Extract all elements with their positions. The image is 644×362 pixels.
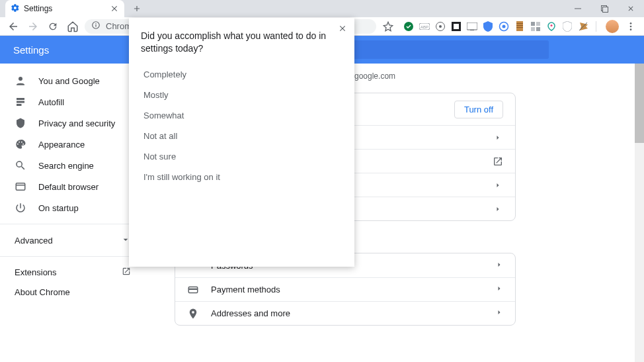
turn-off-button[interactable]: Turn off [454,101,503,118]
sidebar-item-label: Default browser [38,182,99,192]
survey-question: Did you accomplish what you wanted to do… [141,30,342,55]
survey-option[interactable]: Completely [141,64,342,85]
extension-icon[interactable] [514,21,526,32]
window-maximize-button[interactable] [591,0,618,17]
chevron-right-icon [495,285,503,294]
svg-text:ABP: ABP [421,24,428,28]
sidebar-item-label: You and Google [38,76,100,86]
svg-rect-15 [470,30,474,30]
extension-icons: ABP [403,19,639,34]
extension-icon[interactable] [577,21,589,32]
survey-close-button[interactable] [336,22,349,35]
sidebar-item-default-browser[interactable]: Default browser [0,176,145,197]
autofill-payment-row[interactable]: Payment methods [175,277,515,301]
shield-icon [15,117,26,129]
sidebar-separator [0,256,145,257]
svg-point-34 [21,142,22,143]
settings-gear-icon [11,3,20,15]
sidebar-item-autofill[interactable]: Autofill [0,91,145,113]
svg-point-5 [95,23,96,24]
bookmark-star-icon[interactable] [380,19,396,34]
tab-close-icon[interactable] [110,4,119,13]
credit-card-icon [187,284,199,296]
extension-icon[interactable] [482,21,494,32]
sidebar-item-privacy[interactable]: Privacy and security [0,113,145,134]
svg-rect-40 [188,288,198,289]
settings-sidebar: You and Google Autofill Privacy and secu… [0,64,145,362]
svg-point-30 [630,28,632,30]
svg-rect-19 [516,23,523,24]
svg-rect-25 [536,27,540,31]
home-button[interactable] [65,19,81,34]
extension-icon[interactable] [466,21,478,32]
extension-icon[interactable] [403,21,415,32]
svg-point-28 [630,23,632,24]
survey-option[interactable]: Somewhat [141,105,342,126]
sidebar-about-link[interactable]: About Chrome [0,282,145,302]
svg-point-11 [439,25,442,28]
window-close-button[interactable] [618,0,644,17]
sidebar-item-appearance[interactable]: Appearance [0,134,145,155]
extension-icon[interactable] [561,21,573,32]
survey-option[interactable]: Mostly [141,85,342,105]
svg-point-17 [503,24,506,28]
extension-icon[interactable] [530,21,542,32]
browser-menu-button[interactable] [623,19,639,34]
svg-rect-14 [467,23,477,30]
scrollbar-thumb[interactable] [635,64,644,143]
extension-icon[interactable] [498,21,510,32]
site-info-icon[interactable] [91,21,101,32]
svg-rect-23 [536,22,540,26]
sidebar-item-label: Autofill [38,97,64,107]
sidebar-about-label: About Chrome [15,287,70,297]
window-titlebar: Settings [0,0,644,17]
sidebar-advanced-toggle[interactable]: Advanced [0,230,145,251]
reload-button[interactable] [45,19,61,34]
svg-point-33 [19,142,20,143]
survey-option[interactable]: I'm still working on it [141,167,342,187]
open-external-icon [493,156,503,167]
back-button[interactable] [5,19,21,34]
extension-icon[interactable] [450,21,462,32]
sidebar-item-on-startup[interactable]: On startup [0,197,145,218]
profile-avatar[interactable] [606,20,619,33]
settings-title: Settings [13,44,49,56]
sidebar-advanced-label: Advanced [15,236,53,246]
sidebar-item-label: On startup [38,203,79,213]
survey-option[interactable]: Not at all [141,126,342,146]
browser-icon [15,181,26,193]
palette-icon [15,138,26,150]
svg-rect-18 [516,21,523,31]
new-tab-button[interactable] [128,0,145,17]
survey-option[interactable]: Not sure [141,146,342,167]
sidebar-separator [0,224,145,224]
window-controls [565,0,644,17]
sidebar-item-label: Privacy and security [38,118,115,128]
svg-rect-36 [16,183,25,191]
chevron-right-icon [493,180,503,191]
forward-button[interactable] [25,19,41,34]
window-minimize-button[interactable] [565,0,591,17]
svg-rect-6 [95,24,96,27]
sidebar-extensions-link[interactable]: Extensions [0,262,145,282]
svg-point-31 [19,77,22,81]
search-icon [15,159,26,171]
sidebar-item-search-engine[interactable]: Search engine [0,155,145,176]
svg-rect-20 [516,25,523,26]
autofill-row-label: Payment methods [211,285,280,294]
autofill-addresses-row[interactable]: Addresses and more [175,301,515,325]
sidebar-extensions-label: Extensions [15,267,57,277]
svg-point-32 [17,144,19,145]
sidebar-item-you-and-google[interactable]: You and Google [0,70,145,91]
svg-point-29 [630,25,632,27]
svg-point-26 [551,24,553,26]
extension-icon[interactable] [434,21,446,32]
extension-icon[interactable] [545,21,557,32]
power-icon [15,202,26,214]
tab-title: Settings [24,4,106,13]
autofill-icon [15,96,26,108]
extension-icon[interactable]: ABP [419,21,430,32]
chevron-right-icon [495,261,503,271]
browser-tab[interactable]: Settings [5,0,124,17]
open-external-icon [122,267,131,278]
